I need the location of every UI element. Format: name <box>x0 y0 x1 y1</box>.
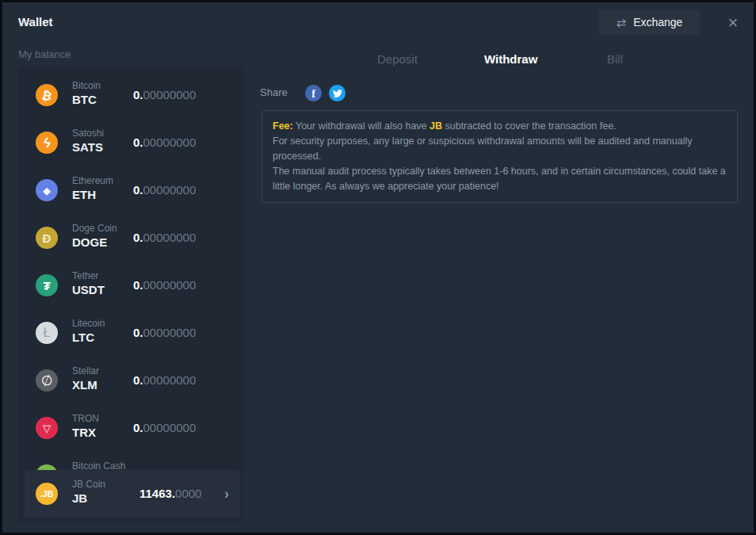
stellar-icon: ∅ <box>36 369 58 392</box>
coin-row-satoshi[interactable]: ϟSatoshiSATS0.00000000 <box>18 119 243 166</box>
coin-row-bitcoin[interactable]: ₿BitcoinBTC0.00000000 <box>18 71 243 119</box>
coin-balance: 0.00000000 <box>133 373 196 387</box>
coin-row-litecoin[interactable]: ŁLitecoinLTC0.00000000 <box>18 309 243 357</box>
coin-name: Stellar <box>72 365 99 376</box>
fee-notice-line3: The manual audit process typically takes… <box>273 164 727 194</box>
tab-bill[interactable]: Bill <box>607 52 623 66</box>
coin-name: Ethereum <box>72 175 113 186</box>
coin-balance: 0.00000000 <box>133 231 196 244</box>
coin-name: Tether <box>72 270 105 281</box>
litecoin-icon: Ł <box>36 322 58 344</box>
coin-symbol: SATS <box>72 140 104 154</box>
coin-row-jb-coin[interactable]: .JB JB Coin JB 11463.0000 › <box>25 470 240 518</box>
swap-arrows-icon: ⇄ <box>617 17 627 29</box>
coin-balance: 0.00000000 <box>133 326 196 339</box>
coin-balance-list: ₿BitcoinBTC0.00000000ϟSatoshiSATS0.00000… <box>18 66 243 523</box>
twitter-bird-icon <box>333 89 342 98</box>
facebook-share-icon[interactable]: f <box>305 85 322 101</box>
bitcoin-icon: ₿ <box>36 84 58 106</box>
coin-name: Bitcoin <box>72 80 101 91</box>
coin-symbol: TRX <box>72 426 99 439</box>
coin-symbol: USDT <box>72 283 105 296</box>
ethereum-icon: ◆ <box>36 179 58 201</box>
coin-row-tron[interactable]: ▽TRONTRX0.00000000 <box>18 404 243 452</box>
coin-symbol: DOGE <box>72 235 117 249</box>
coin-balance: 0.00000000 <box>133 421 196 434</box>
coin-name: Doge Coin <box>72 223 117 234</box>
coin-row-ethereum[interactable]: ◆EthereumETH0.00000000 <box>18 166 243 214</box>
coin-name: TRON <box>72 413 99 424</box>
tether-icon: ₮ <box>36 274 58 296</box>
twitter-share-icon[interactable] <box>329 85 346 101</box>
coin-name: Litecoin <box>72 318 105 329</box>
coin-symbol: XLM <box>72 378 99 392</box>
coin-symbol: ETH <box>72 188 113 201</box>
tron-icon: ▽ <box>36 417 58 439</box>
share-label: Share <box>260 86 288 98</box>
coin-row-stellar[interactable]: ∅StellarXLM0.00000000 <box>18 357 243 404</box>
coin-symbol: BTC <box>72 93 101 106</box>
close-icon[interactable]: × <box>722 12 744 34</box>
wallet-modal: Wallet ⇄ Exchange × My balance DepositWi… <box>0 0 756 535</box>
coin-balance: 0.00000000 <box>133 88 196 101</box>
coin-symbol: JB <box>72 491 105 505</box>
coin-row-doge-coin[interactable]: ÐDoge CoinDOGE0.00000000 <box>18 214 243 262</box>
fee-notice-line1: Fee: Your withdrawal will also have JB s… <box>273 119 727 134</box>
exchange-button-label: Exchange <box>633 16 682 29</box>
coin-balance: 0.00000000 <box>133 183 196 197</box>
coin-name: Satoshi <box>72 128 104 139</box>
coin-symbol: LTC <box>72 331 105 344</box>
jb-coin-icon: .JB <box>36 483 58 505</box>
exchange-button[interactable]: ⇄ Exchange <box>598 10 701 35</box>
satoshi-icon: ϟ <box>36 132 58 154</box>
coin-row-tether[interactable]: ₮TetherUSDT0.00000000 <box>18 262 243 309</box>
page-title: Wallet <box>18 15 53 29</box>
dogecoin-icon: Ð <box>36 227 58 249</box>
coin-balance: 11463.0000 <box>139 487 201 500</box>
coin-balance: 0.00000000 <box>133 136 196 149</box>
coin-name: JB Coin <box>72 479 105 490</box>
fee-notice-line2: For security purposes, any large or susp… <box>273 134 727 164</box>
chevron-right-icon: › <box>224 485 229 503</box>
tab-deposit[interactable]: Deposit <box>377 52 418 66</box>
fee-notice: Fee: Your withdrawal will also have JB s… <box>262 110 738 203</box>
tab-withdraw[interactable]: Withdraw <box>484 52 537 66</box>
coin-balance: 0.00000000 <box>133 278 196 292</box>
